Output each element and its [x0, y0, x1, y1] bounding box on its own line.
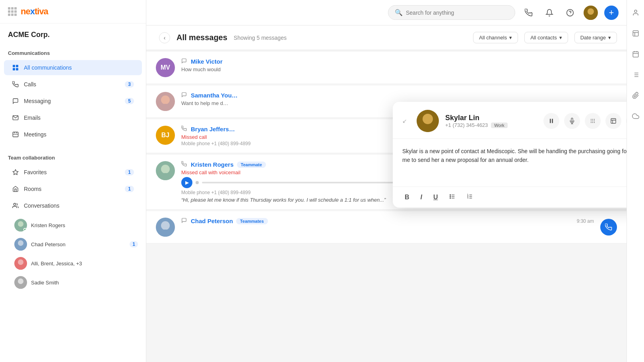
call-notes[interactable]: Skylar is a new point of contact at Medi…: [393, 139, 627, 187]
conversations-sub-list: Kristen Rogers Chad Peterson 1 Alli, Bre…: [0, 216, 146, 292]
phone-icon: [12, 81, 19, 88]
notes-btn[interactable]: [605, 113, 621, 129]
logo-area: nextiva: [0, 0, 146, 23]
sidebar-subitem-kristen-rogers[interactable]: Kristen Rogers: [0, 216, 146, 235]
svg-rect-60: [633, 31, 638, 36]
svg-point-13: [16, 265, 25, 270]
sidebar-item-label: All communications: [24, 64, 72, 71]
chevron-down-icon: ▾: [509, 35, 512, 41]
search-input[interactable]: [406, 10, 508, 16]
list-panel-icon[interactable]: [629, 68, 642, 81]
cloud-panel-icon[interactable]: [629, 110, 642, 123]
svg-point-38: [591, 122, 592, 123]
svg-rect-3: [16, 68, 18, 70]
svg-point-27: [419, 125, 436, 132]
subitem-label: Kristen Rogers: [31, 222, 65, 228]
bold-btn[interactable]: B: [402, 192, 412, 202]
svg-rect-63: [633, 52, 638, 57]
msg-tag: Teammates: [236, 218, 268, 224]
sidebar-subitem-alli-brent[interactable]: Alli, Brent, Jessica, +3: [0, 254, 146, 273]
italic-btn[interactable]: I: [418, 192, 425, 202]
msg-sender-name: Chad Peterson: [191, 218, 233, 224]
sidebar-item-calls[interactable]: Calls 3: [4, 77, 142, 92]
more-options-btn[interactable]: [626, 113, 627, 129]
call-header: ↙ Skylar Lin +1 (732) 345-4623 Work: [393, 102, 627, 139]
svg-point-15: [16, 284, 25, 289]
sidebar-item-conversations[interactable]: Conversations: [4, 198, 142, 213]
underline-btn[interactable]: U: [431, 192, 440, 202]
sidebar-item-rooms[interactable]: Rooms 1: [4, 181, 142, 197]
filter-date-range[interactable]: Date range ▾: [574, 32, 617, 43]
filter-all-contacts[interactable]: All contacts ▾: [524, 32, 568, 43]
sidebar-item-label: Meetings: [24, 131, 47, 138]
calendar-panel-icon[interactable]: [629, 48, 642, 60]
rooms-badge: 1: [125, 186, 134, 192]
help-header-btn[interactable]: [563, 6, 577, 20]
msg-time: 9:30 am: [577, 218, 594, 224]
svg-point-34: [594, 119, 595, 120]
kristen-avatar: [156, 161, 175, 180]
svg-point-8: [18, 221, 23, 227]
team-collaboration-section-label: Team collaboration: [0, 148, 146, 164]
contact-panel-icon[interactable]: [629, 6, 642, 19]
attachment-panel-icon[interactable]: [629, 89, 642, 102]
rooms-icon: [12, 185, 19, 193]
mute-call-btn[interactable]: [564, 113, 580, 129]
phone-header-btn[interactable]: [522, 6, 536, 20]
msg-sender-name: Bryan Jeffers…: [191, 126, 235, 132]
svg-point-36: [592, 121, 593, 121]
mike-victor-body: Mike Victor How much would: [181, 58, 617, 72]
numbered-list-btn[interactable]: 1.2.3.: [464, 192, 475, 203]
chad-peterson-badge: 1: [130, 241, 138, 247]
svg-rect-1: [16, 65, 18, 67]
subitem-label: Chad Peterson: [31, 241, 66, 247]
svg-point-26: [423, 114, 433, 124]
bullet-list-btn[interactable]: [447, 192, 458, 203]
chat-icon: [12, 97, 19, 105]
call-contact-name: Skylar Lin: [445, 114, 537, 122]
svg-point-37: [594, 121, 595, 121]
call-info: Skylar Lin +1 (732) 345-4623 Work: [445, 114, 537, 128]
filter-all-channels[interactable]: All channels ▾: [473, 32, 518, 43]
svg-point-11: [16, 246, 25, 251]
sidebar-item-favorites[interactable]: Favorites 1: [4, 165, 142, 180]
online-indicator: [23, 228, 27, 231]
svg-point-32: [591, 119, 592, 120]
add-btn[interactable]: +: [604, 6, 619, 20]
bell-header-btn[interactable]: [542, 6, 557, 20]
favorites-badge: 1: [125, 169, 134, 175]
call-chad-btn[interactable]: [600, 219, 617, 235]
star-icon: [12, 169, 19, 176]
search-bar[interactable]: 🔍: [388, 5, 515, 20]
svg-point-24: [161, 221, 170, 230]
filter-buttons: All channels ▾ All contacts ▾ Date range…: [473, 32, 617, 43]
conversations-icon: [12, 202, 19, 209]
message-item-chad[interactable]: Chad Peterson Teammates 9:30 am: [146, 211, 627, 243]
svg-point-21: [158, 104, 173, 111]
svg-text:3.: 3.: [467, 197, 469, 199]
grid-icon: [12, 64, 19, 71]
messages-list: MV Mike Victor How much would: [146, 50, 627, 362]
email-icon: [12, 114, 19, 121]
sidebar-item-label: Rooms: [24, 186, 41, 192]
sidebar-item-label: Conversations: [24, 202, 60, 209]
meetings-icon: [12, 131, 19, 138]
svg-point-25: [158, 230, 173, 237]
svg-point-10: [18, 240, 23, 246]
sidebar-item-all-communications[interactable]: All communications: [4, 60, 142, 75]
dialpad-btn[interactable]: [585, 113, 601, 129]
pause-call-btn[interactable]: [543, 113, 559, 129]
sidebar-subitem-chad-peterson[interactable]: Chad Peterson 1: [0, 235, 146, 254]
user-avatar[interactable]: [584, 6, 598, 20]
sidebar-collapse-btn[interactable]: ‹: [159, 32, 170, 43]
sidebar-subitem-sadie-smith[interactable]: Sadie Smith: [0, 273, 146, 292]
minimize-icon[interactable]: ↙: [402, 118, 407, 124]
analytics-panel-icon[interactable]: [629, 27, 642, 40]
play-voicemail-btn[interactable]: ▶: [181, 177, 192, 188]
svg-point-39: [592, 122, 593, 123]
sidebar-item-messaging[interactable]: Messaging 5: [4, 93, 142, 109]
sidebar-item-meetings[interactable]: Meetings: [4, 127, 142, 142]
messages-count: Showing 5 messages: [234, 35, 287, 41]
message-item-mike-victor[interactable]: MV Mike Victor How much would: [146, 52, 627, 84]
sidebar-item-emails[interactable]: Emails: [4, 110, 142, 125]
